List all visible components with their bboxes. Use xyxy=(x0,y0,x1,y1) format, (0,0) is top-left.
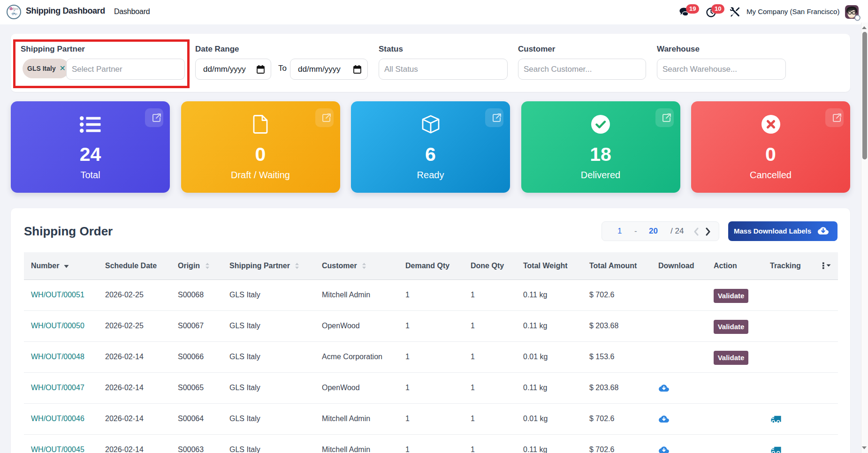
svg-text:doo: doo xyxy=(12,7,19,11)
